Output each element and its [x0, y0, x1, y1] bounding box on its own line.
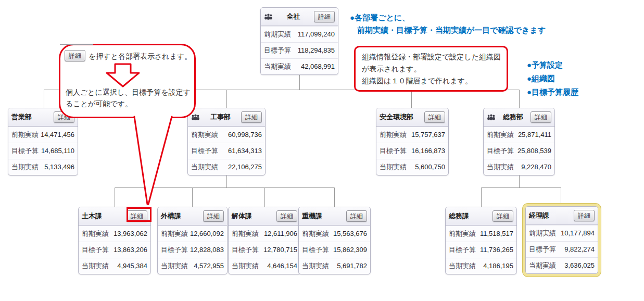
- row-label: 当期実績: [11, 162, 39, 172]
- row-value: 22,106,275: [228, 163, 262, 171]
- row-value: 4,572,955: [194, 262, 224, 270]
- row-value: 12,660,092: [190, 230, 224, 237]
- row-value: 14,685,110: [41, 147, 74, 155]
- callout-artifact-line: [60, 44, 93, 45]
- row-value: 16,166,873: [411, 147, 445, 155]
- card-header: 重機課 詳細: [299, 207, 370, 225]
- detail-button[interactable]: 詳細: [574, 210, 595, 221]
- row-label: 当期実績: [302, 261, 329, 271]
- row-label: 目標予算: [82, 245, 109, 255]
- org-card-gaikoka: 外構課 詳細 前期実績12,660,092 目標予算12,828,083 当期実…: [157, 207, 228, 274]
- info-line2: が表示されます。: [362, 63, 500, 75]
- card-header: 総務部 詳細: [484, 108, 554, 127]
- row-value: 42,068,991: [301, 62, 335, 70]
- target-budget-row: 目標予算12,780,715: [229, 242, 300, 258]
- detail-button[interactable]: 詳細: [276, 210, 297, 222]
- target-budget-row: 目標予算118,294,835: [261, 42, 338, 58]
- detail-button[interactable]: 詳細: [531, 111, 551, 123]
- current-period-row: 当期実績3,636,025: [526, 257, 598, 273]
- row-label: 目標予算: [264, 46, 291, 55]
- department-name: 全社: [275, 12, 311, 21]
- current-period-row: 当期実績5,691,782: [299, 258, 370, 274]
- row-value: 10,177,894: [561, 229, 595, 237]
- prev-period-row: 前期実績14,471,456: [8, 127, 78, 143]
- card-header: 解体課 詳細: [229, 207, 300, 225]
- callout-body: 個人ごとに選択し、目標予算を設定す ることが可能です。: [66, 86, 191, 109]
- org-card-keirika: 経理課 詳細 前期実績10,177,894 目標予算9,822,274 当期実績…: [525, 206, 598, 274]
- row-value: 5,600,750: [415, 163, 445, 171]
- target-budget-row: 目標予算61,634,313: [188, 143, 265, 159]
- detail-button[interactable]: 詳細: [493, 210, 513, 222]
- row-value: 5,691,782: [337, 262, 367, 270]
- detail-button[interactable]: 詳細: [241, 111, 262, 123]
- org-chart-page: 全社 詳細 前期実績117,099,240 目標予算118,294,835 当期…: [0, 0, 644, 301]
- row-label: 前期実績: [82, 229, 109, 239]
- row-label: 前期実績: [11, 130, 39, 140]
- prev-period-row: 前期実績25,871,411: [484, 127, 554, 143]
- row-label: 当期実績: [449, 261, 476, 271]
- target-budget-row: 目標予算12,828,083: [158, 242, 227, 258]
- detail-callout: 詳細 を押すと各部署表示されます。 個人ごとに選択し、目標予算を設定す ることが…: [59, 44, 196, 118]
- row-label: 当期実績: [264, 62, 291, 71]
- callout-body-line1: 個人ごとに選択し、目標予算を設定す: [66, 86, 191, 98]
- detail-button[interactable]: 詳細: [424, 111, 445, 123]
- down-arrow-icon: [102, 62, 143, 89]
- current-period-row: 当期実績4,945,384: [79, 258, 150, 274]
- callout-text: を押すと各部署表示されます。: [89, 52, 192, 61]
- prev-period-row: 前期実績117,099,240: [261, 26, 338, 42]
- prev-period-row: 前期実績12,611,906: [229, 225, 300, 242]
- department-name: 外構課: [161, 211, 200, 221]
- card-header: 外構課 詳細: [158, 207, 227, 225]
- row-label: 目標予算: [380, 146, 407, 156]
- row-value: 15,563,676: [333, 230, 367, 237]
- detail-button[interactable]: 詳細: [346, 210, 367, 222]
- target-budget-row: 目標予算14,685,110: [8, 143, 78, 159]
- row-value: 25,871,411: [518, 131, 551, 139]
- row-label: 目標予算: [161, 245, 188, 255]
- detail-button-highlight: [127, 207, 151, 222]
- department-name: 経理課: [529, 211, 571, 220]
- row-value: 11,736,265: [480, 246, 513, 254]
- department-name: 土木課: [82, 211, 124, 221]
- target-budget-row: 目標予算9,822,274: [526, 241, 598, 257]
- department-name: 工事部: [203, 112, 238, 122]
- org-card-somubu: 総務部 詳細 前期実績25,871,411 目標予算25,808,539 当期実…: [483, 108, 555, 175]
- card-header: 安全環境部 詳細: [376, 108, 448, 127]
- row-label: 目標予算: [302, 245, 329, 255]
- people-icon: [264, 14, 273, 20]
- row-value: 61,634,313: [228, 147, 262, 155]
- row-label: 前期実績: [161, 229, 188, 239]
- row-value: 12,780,715: [263, 246, 297, 254]
- card-header: 工事部 詳細: [188, 108, 265, 127]
- detail-button[interactable]: 詳細: [203, 210, 224, 222]
- row-value: 60,998,736: [228, 131, 262, 139]
- card-header: 経理課 詳細: [526, 207, 598, 225]
- row-value: 3,636,025: [564, 261, 595, 269]
- row-label: 目標予算: [487, 146, 514, 156]
- top-note-line2: 前期実績・目標予算・当期実績が一目で確認できます: [350, 24, 546, 36]
- row-value: 5,133,496: [44, 163, 74, 171]
- row-label: 当期実績: [82, 261, 109, 271]
- target-budget-row: 目標予算15,862,309: [299, 242, 370, 258]
- prev-period-row: 前期実績12,660,092: [158, 225, 227, 242]
- current-period-row: 当期実績4,186,195: [446, 258, 516, 274]
- row-value: 15,862,309: [333, 246, 367, 254]
- department-name: 重機課: [302, 211, 344, 221]
- detail-button-sample[interactable]: 詳細: [65, 50, 85, 61]
- row-value: 4,945,384: [117, 262, 147, 270]
- department-name: 安全環境部: [380, 112, 422, 122]
- row-label: 前期実績: [529, 229, 556, 238]
- prev-period-row: 前期実績11,518,517: [446, 225, 516, 242]
- prev-period-row: 前期実績15,563,676: [299, 225, 370, 242]
- bullet-org-chart: ●組織図: [527, 72, 578, 85]
- target-budget-row: 目標予算11,736,265: [446, 242, 516, 258]
- row-value: 117,099,240: [298, 30, 335, 38]
- target-budget-row: 目標予算25,808,539: [484, 143, 554, 159]
- prev-period-row: 前期実績13,963,062: [79, 225, 150, 242]
- detail-button[interactable]: 詳細: [314, 11, 335, 22]
- current-period-row: 当期実績5,600,750: [376, 159, 448, 175]
- prev-period-row: 前期実績60,998,736: [188, 127, 265, 143]
- current-period-row: 当期実績9,228,470: [484, 159, 554, 175]
- department-name: 解体課: [232, 211, 274, 221]
- current-period-row: 当期実績4,646,154: [229, 258, 300, 274]
